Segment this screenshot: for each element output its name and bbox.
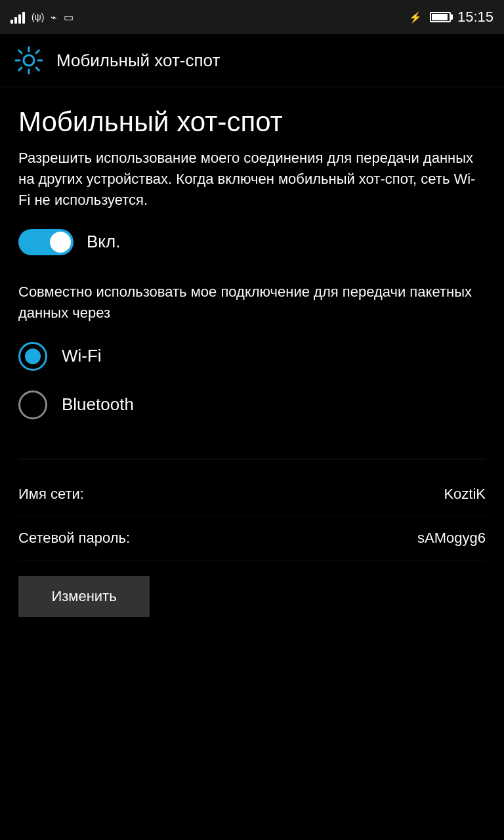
status-right: ⚡ 15:15 [409,9,494,26]
message-icon: ▭ [64,11,74,24]
network-name-value: KoztiK [444,486,486,503]
status-time: 15:15 [457,9,494,26]
edit-button[interactable]: Изменить [18,576,150,617]
password-row: Сетевой пароль: sAMogyg6 [18,516,486,560]
radio-circle-wifi [18,342,47,371]
hotspot-description: Разрешить использование моего соединения… [18,148,486,211]
radio-label-wifi: Wi-Fi [62,346,102,366]
radio-option-wifi[interactable]: Wi-Fi [18,342,486,371]
toggle-row: Вкл. [18,229,486,255]
toggle-label: Вкл. [87,232,120,252]
app-bar: Мобильный хот-спот [0,34,504,87]
network-name-row: Имя сети: KoztiK [18,472,486,516]
radio-circle-bluetooth [18,390,47,419]
main-content: Мобильный хот-спот Разрешить использован… [0,87,504,637]
hotspot-toggle[interactable] [18,229,74,255]
radio-inner-wifi [25,348,41,364]
share-description: Совместно использовать мое подключение д… [18,282,486,324]
battery-icon [430,12,451,22]
password-value: sAMogyg6 [417,530,486,547]
status-left: (ψ) ⌁ ▭ [10,10,74,24]
signal-icon [10,10,25,24]
page-title: Мобильный хот-спот [18,107,486,137]
status-bar: (ψ) ⌁ ▭ ⚡ 15:15 [0,0,504,34]
wifi-off-icon: ⌁ [51,11,57,24]
password-label: Сетевой пароль: [18,530,130,547]
data-icon: (ψ) [32,12,44,22]
charging-icon: ⚡ [409,11,422,24]
network-name-label: Имя сети: [18,486,84,503]
app-bar-title: Мобильный хот-спот [56,51,220,71]
network-info: Имя сети: KoztiK Сетевой пароль: sAMogyg… [18,459,486,560]
toggle-knob [50,232,71,253]
radio-option-bluetooth[interactable]: Bluetooth [18,390,486,419]
gear-icon [13,45,45,76]
svg-point-0 [24,55,34,66]
radio-label-bluetooth: Bluetooth [62,394,134,415]
